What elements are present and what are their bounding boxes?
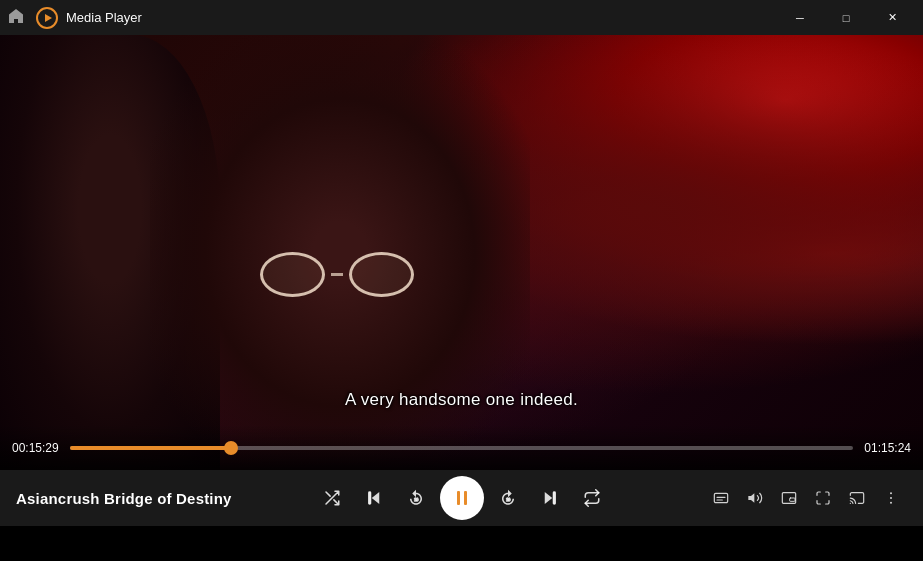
svg-marker-0	[371, 492, 379, 504]
repeat-button[interactable]	[574, 480, 610, 516]
play-pause-button[interactable]	[440, 476, 484, 520]
controls-left: Asiancrush Bridge of Destiny	[16, 490, 232, 507]
window-controls: ─ □ ✕	[777, 0, 915, 35]
svg-rect-1	[368, 492, 370, 504]
subtitle-text: A very handsome one indeed.	[345, 390, 578, 410]
controls-right	[705, 482, 907, 514]
media-title: Asiancrush Bridge of Destiny	[16, 490, 232, 507]
home-icon[interactable]	[8, 8, 28, 28]
glass-bridge	[331, 273, 343, 276]
titlebar-left: Media Player	[8, 7, 142, 29]
pip-button[interactable]	[773, 482, 805, 514]
more-options-button[interactable]	[875, 482, 907, 514]
controls-bar: Asiancrush Bridge of Destiny 10	[0, 470, 923, 526]
maximize-button[interactable]: □	[823, 0, 869, 35]
total-time: 01:15:24	[863, 441, 911, 455]
svg-rect-11	[790, 498, 795, 501]
svg-marker-9	[748, 493, 754, 502]
subtitles-button[interactable]	[705, 482, 737, 514]
progress-fill	[70, 446, 231, 450]
fullscreen-button[interactable]	[807, 482, 839, 514]
video-area[interactable]: A very handsome one indeed. 00:15:29 01:…	[0, 35, 923, 470]
titlebar: Media Player ─ □ ✕	[0, 0, 923, 35]
glass-lens-left	[260, 252, 325, 297]
controls-center: 10 10	[314, 476, 610, 520]
app-title: Media Player	[66, 10, 142, 25]
svg-text:10: 10	[414, 498, 418, 502]
svg-point-15	[890, 502, 892, 504]
minimize-button[interactable]: ─	[777, 0, 823, 35]
current-time: 00:15:29	[12, 441, 60, 455]
forward-button[interactable]: 10	[490, 480, 526, 516]
glass-lens-right	[349, 252, 414, 297]
close-button[interactable]: ✕	[869, 0, 915, 35]
progress-track[interactable]	[70, 446, 853, 450]
svg-point-13	[890, 492, 892, 494]
svg-marker-4	[544, 492, 552, 504]
svg-text:10: 10	[506, 498, 510, 502]
timeline-bar: 00:15:29 01:15:24	[0, 425, 923, 470]
svg-rect-5	[553, 492, 555, 504]
cast-button[interactable]	[841, 482, 873, 514]
pause-icon	[457, 491, 467, 505]
next-button[interactable]	[532, 480, 568, 516]
shuffle-button[interactable]	[314, 480, 350, 516]
svg-point-14	[890, 497, 892, 499]
progress-thumb[interactable]	[224, 441, 238, 455]
glasses-decoration	[260, 249, 420, 299]
volume-button[interactable]	[739, 482, 771, 514]
rewind-button[interactable]: 10	[398, 480, 434, 516]
media-player-icon	[36, 7, 58, 29]
svg-rect-6	[714, 493, 727, 502]
previous-button[interactable]	[356, 480, 392, 516]
